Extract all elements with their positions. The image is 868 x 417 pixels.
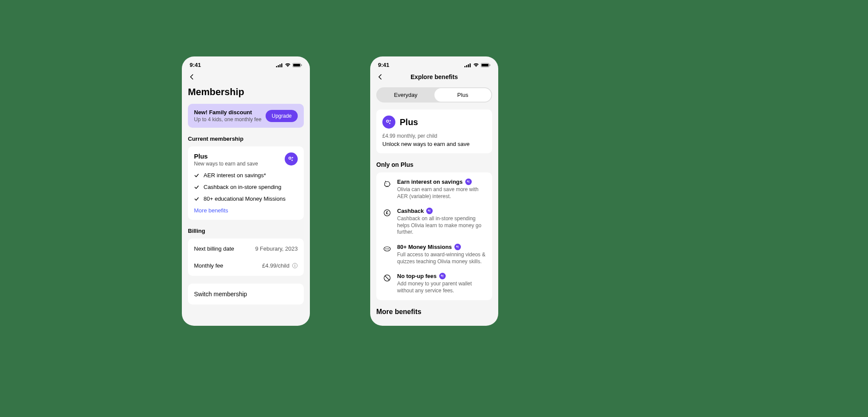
billing-card: Next billing date 9 Feburary, 2023 Month… — [188, 238, 304, 276]
svg-point-28 — [428, 210, 430, 211]
battery-icon — [481, 63, 490, 67]
svg-rect-15 — [468, 64, 469, 67]
tab-plus[interactable]: Plus — [434, 88, 492, 102]
svg-rect-0 — [276, 66, 277, 67]
battery-icon — [293, 63, 302, 67]
missions-icon — [383, 245, 391, 253]
monthly-fee-value: £4.99/child — [262, 262, 289, 269]
svg-point-26 — [469, 182, 470, 183]
plan-segment-control: Everyday Plus — [376, 87, 492, 103]
signal-icon — [464, 63, 471, 67]
next-billing-label: Next billing date — [194, 245, 234, 252]
feature-item: Cashback on in-store spending — [194, 184, 298, 190]
svg-point-29 — [430, 210, 431, 211]
current-plan-card: Plus New ways to earn and save AER inter… — [188, 146, 304, 220]
family-discount-banner: New! Family discount Up to 4 kids, one m… — [188, 104, 304, 128]
no-fee-icon — [383, 274, 391, 282]
check-icon — [194, 185, 199, 190]
svg-point-32 — [385, 248, 386, 249]
svg-rect-3 — [281, 63, 283, 67]
piggy-bank-icon — [383, 179, 391, 188]
plus-badge-icon — [382, 116, 395, 129]
benefit-item: No top-up fees Add money to your parent … — [382, 273, 486, 294]
svg-point-20 — [387, 120, 389, 122]
svg-rect-19 — [490, 64, 490, 66]
svg-point-9 — [292, 160, 293, 161]
nav-title: Explore benefits — [370, 73, 498, 80]
status-time: 9:41 — [378, 62, 389, 68]
feature-item: AER interest on savings* — [194, 172, 298, 179]
svg-point-22 — [389, 123, 391, 124]
tab-everyday[interactable]: Everyday — [377, 88, 434, 102]
billing-fee-row: Monthly fee £4.99/child — [194, 260, 298, 271]
phone-explore-benefits: 9:41 Explore benefits Everyday Plus Plus… — [370, 56, 498, 326]
next-billing-value: 9 Feburary, 2023 — [255, 245, 298, 252]
benefit-desc: Full access to award-winning videos & qu… — [397, 252, 486, 265]
benefit-title: 80+ Money Missions — [397, 244, 452, 250]
back-icon[interactable] — [188, 73, 196, 81]
benefit-desc: Add money to your parent wallet without … — [397, 281, 486, 294]
svg-rect-12 — [295, 265, 295, 267]
svg-point-21 — [390, 120, 391, 122]
plus-badge-icon — [454, 244, 461, 250]
wifi-icon — [473, 63, 479, 67]
svg-rect-13 — [464, 66, 466, 67]
more-benefits-heading: More benefits — [376, 308, 492, 316]
plan-subtitle: New ways to earn and save — [194, 161, 258, 167]
wifi-icon — [285, 63, 291, 67]
plus-hero-card: Plus £4.99 monthly, per child Unlock new… — [376, 109, 492, 153]
plan-name: Plus — [194, 152, 258, 160]
info-icon[interactable] — [292, 263, 298, 268]
svg-point-24 — [467, 181, 468, 182]
monthly-fee-label: Monthly fee — [194, 262, 223, 269]
svg-rect-18 — [482, 64, 489, 66]
check-icon — [194, 196, 199, 202]
only-on-plus-label: Only on Plus — [376, 161, 492, 168]
feature-text: 80+ educational Money Missions — [204, 195, 286, 202]
svg-point-23 — [386, 183, 386, 184]
svg-point-40 — [443, 275, 444, 276]
svg-rect-5 — [293, 64, 300, 66]
billing-label: Billing — [188, 228, 304, 234]
switch-membership-button[interactable]: Switch membership — [188, 284, 304, 304]
back-icon[interactable] — [376, 73, 384, 81]
status-bar: 9:41 — [370, 56, 498, 70]
plus-badge-icon — [285, 152, 298, 165]
benefits-card: Earn interest on savings Olivia can earn… — [376, 172, 492, 300]
pound-icon — [383, 208, 391, 217]
plus-badge-icon — [426, 208, 433, 214]
signal-icon — [276, 63, 283, 67]
billing-next-row: Next billing date 9 Feburary, 2023 — [194, 243, 298, 255]
svg-rect-2 — [279, 64, 281, 67]
svg-rect-16 — [470, 63, 471, 67]
plus-badge-icon — [439, 273, 446, 279]
feature-text: AER interest on savings* — [204, 172, 266, 179]
more-benefits-link[interactable]: More benefits — [194, 207, 298, 214]
benefit-desc: Cashback on all in-store spending helps … — [397, 215, 486, 236]
benefit-item: Cashback Cashback on all in-store spendi… — [382, 208, 486, 236]
benefit-title: Earn interest on savings — [397, 179, 463, 185]
status-time: 9:41 — [190, 62, 201, 68]
benefit-desc: Olivia can earn and save more with AER (… — [397, 186, 486, 200]
status-bar: 9:41 — [182, 56, 310, 70]
svg-rect-6 — [301, 64, 302, 66]
svg-point-8 — [292, 157, 293, 159]
svg-point-39 — [441, 275, 442, 276]
check-icon — [194, 173, 199, 178]
benefit-title: No top-up fees — [397, 273, 437, 279]
status-icons — [464, 63, 490, 67]
plus-hero-name: Plus — [400, 117, 418, 127]
svg-point-35 — [456, 246, 457, 247]
svg-rect-1 — [278, 65, 279, 67]
svg-point-30 — [430, 211, 431, 212]
benefit-title: Cashback — [397, 208, 424, 214]
upgrade-button[interactable]: Upgrade — [266, 110, 298, 122]
banner-title: New! Family discount — [194, 109, 261, 116]
svg-point-36 — [458, 246, 459, 247]
svg-point-37 — [458, 247, 459, 248]
feature-item: 80+ educational Money Missions — [194, 195, 298, 202]
plus-hero-desc: Unlock new ways to earn and save — [382, 141, 486, 147]
svg-point-33 — [387, 248, 388, 249]
plus-hero-price: £4.99 monthly, per child — [382, 133, 486, 139]
switch-membership-label: Switch membership — [194, 291, 247, 298]
